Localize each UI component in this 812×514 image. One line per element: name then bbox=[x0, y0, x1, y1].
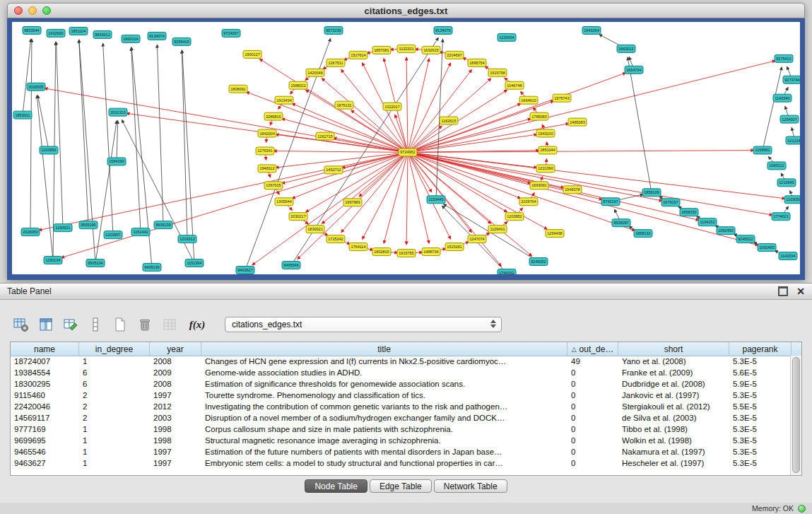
graph-node[interactable]: 1913434 bbox=[275, 96, 293, 104]
graph-node[interactable]: 9275413 bbox=[775, 54, 793, 62]
graph-node[interactable]: 1895754 bbox=[468, 59, 486, 66]
graph-edge[interactable] bbox=[182, 50, 187, 239]
graph-node[interactable]: 1764114 bbox=[349, 243, 367, 251]
graph-edge[interactable] bbox=[282, 119, 408, 153]
graph-node[interactable]: 2485083 bbox=[568, 118, 587, 126]
graph-node[interactable]: 1262715 bbox=[316, 132, 334, 140]
table-row[interactable]: 911546021997Tourette syndrome. Phenomeno… bbox=[11, 390, 791, 401]
graph-node[interactable]: 9505134 bbox=[86, 259, 105, 267]
graph-node[interactable]: 1851044 bbox=[539, 146, 557, 154]
graph-node[interactable]: 9245012 bbox=[736, 235, 755, 243]
graph-edge[interactable] bbox=[56, 42, 63, 228]
graph-node[interactable]: 1785083 bbox=[530, 112, 548, 120]
graph-node[interactable]: 1153445 bbox=[427, 196, 445, 204]
graph-edge[interactable] bbox=[30, 39, 32, 232]
graph-node[interactable]: 1210643 bbox=[777, 179, 796, 187]
graph-node[interactable]: 2204697 bbox=[445, 51, 464, 59]
graph-node[interactable]: 1109431 bbox=[488, 226, 507, 233]
graph-node[interactable]: 1092450 bbox=[717, 227, 735, 235]
graph-node[interactable]: 1322017 bbox=[383, 103, 401, 110]
column-header-pagerank[interactable]: pagerank bbox=[729, 342, 792, 356]
graph-edge[interactable] bbox=[157, 45, 163, 225]
edit-table-icon[interactable] bbox=[61, 315, 81, 334]
graph-edge[interactable] bbox=[408, 119, 531, 153]
graph-node[interactable]: 9245052 bbox=[529, 258, 548, 266]
graph-edge[interactable] bbox=[408, 61, 775, 153]
table-selector-combobox[interactable]: citations_edges.txt bbox=[225, 317, 502, 332]
graph-node[interactable]: 9405139 bbox=[143, 264, 161, 271]
graph-node[interactable]: 1549378 bbox=[563, 186, 582, 194]
graph-node[interactable]: 1915755 bbox=[397, 250, 416, 257]
graph-edge[interactable] bbox=[628, 57, 652, 193]
graph-edge[interactable] bbox=[406, 57, 408, 153]
graph-node[interactable]: 2026505 bbox=[27, 83, 45, 90]
graph-node[interactable]: 1802815 bbox=[372, 248, 391, 256]
graph-node[interactable]: 1125434 bbox=[498, 33, 516, 41]
table-row[interactable]: 1938455462009Genome-wide association stu… bbox=[11, 367, 791, 378]
graph-node[interactable]: 1267511 bbox=[326, 59, 345, 66]
graph-node[interactable]: 9853044 bbox=[23, 26, 41, 34]
graph-node[interactable]: 1159581 bbox=[753, 146, 772, 154]
graph-node[interactable]: 1221390 bbox=[536, 165, 555, 173]
graph-node[interactable]: 1858132 bbox=[634, 230, 652, 238]
graph-node[interactable]: 1943200 bbox=[536, 129, 555, 137]
graph-edge[interactable] bbox=[322, 78, 408, 153]
graph-edge[interactable] bbox=[23, 39, 31, 115]
graph-edge[interactable] bbox=[359, 152, 408, 197]
graph-node[interactable]: 1083212 bbox=[767, 162, 786, 170]
graph-node[interactable]: 1523181 bbox=[445, 243, 464, 251]
graph-node[interactable]: 9255415 bbox=[172, 37, 191, 45]
graph-edge[interactable] bbox=[406, 152, 408, 245]
graph-node[interactable]: 9663012 bbox=[93, 30, 112, 38]
float-panel-icon[interactable] bbox=[778, 286, 788, 296]
graph-node[interactable]: 1150134 bbox=[44, 257, 62, 264]
close-panel-icon[interactable]: ✕ bbox=[796, 286, 805, 296]
graph-edge[interactable] bbox=[103, 43, 113, 235]
graph-node[interactable]: 1764152 bbox=[498, 269, 516, 274]
column-header-short[interactable]: short bbox=[618, 342, 729, 356]
table-row[interactable]: 2242004622012Investigating the contribut… bbox=[11, 401, 791, 412]
graph-node[interactable]: 1853011 bbox=[13, 111, 32, 119]
graph-edge[interactable] bbox=[79, 40, 95, 263]
table-row[interactable]: 1830029562008Estimation of significance … bbox=[11, 378, 791, 390]
graph-node[interactable]: 9505097 bbox=[612, 219, 630, 227]
column-header-name[interactable]: name bbox=[11, 342, 79, 356]
graph-node[interactable]: 1254438 bbox=[546, 230, 564, 238]
graph-node[interactable]: 1203952 bbox=[505, 213, 524, 221]
graph-node[interactable]: 1663012 bbox=[617, 45, 635, 52]
rows-icon[interactable] bbox=[86, 315, 105, 334]
table-settings-icon[interactable] bbox=[11, 315, 31, 334]
graph-node[interactable]: 1975743 bbox=[553, 94, 571, 102]
graph-node[interactable]: 1420046 bbox=[306, 69, 324, 76]
new-document-icon[interactable] bbox=[110, 315, 130, 334]
graph-node[interactable]: 1632615 bbox=[422, 46, 440, 54]
table-row[interactable]: 1872400712008Changes of HCN gene express… bbox=[11, 356, 791, 367]
column-header-out_de[interactable]: △out_de… bbox=[567, 342, 618, 356]
graph-node[interactable]: 1143334 bbox=[779, 252, 797, 260]
table-row[interactable]: 977716911998Corpus callosum shape and si… bbox=[11, 424, 791, 435]
graph-edge[interactable] bbox=[273, 151, 408, 153]
graph-node[interactable]: 1830021 bbox=[306, 226, 324, 233]
graph-node[interactable]: 1808091 bbox=[229, 85, 247, 93]
graph-node[interactable]: 1997983 bbox=[343, 199, 362, 206]
column-header-in_degree[interactable]: in_degree bbox=[79, 342, 150, 356]
graph-node[interactable]: 9724007 bbox=[222, 29, 240, 37]
graph-node[interactable]: 1203950 bbox=[40, 146, 58, 154]
graph-edge[interactable] bbox=[408, 78, 491, 153]
graph-node[interactable]: 1900124 bbox=[122, 35, 140, 42]
graph-node[interactable]: 2026050 bbox=[21, 228, 40, 236]
graph-node[interactable]: 1254307 bbox=[780, 115, 799, 123]
graph-node[interactable]: 1858150 bbox=[680, 209, 698, 216]
graph-node[interactable]: 9463627 bbox=[236, 267, 254, 274]
graph-node[interactable]: 1943264 bbox=[582, 26, 601, 34]
graph-node[interactable]: 1948112 bbox=[258, 165, 276, 173]
graph-node[interactable]: 1488734 bbox=[422, 248, 440, 256]
delete-table-icon[interactable] bbox=[135, 315, 155, 334]
graph-node[interactable]: 2031310 bbox=[109, 108, 127, 116]
graph-node[interactable]: 2085815 bbox=[264, 112, 283, 120]
graph-node[interactable]: 1915798 bbox=[488, 69, 507, 76]
graph-edge[interactable] bbox=[408, 152, 699, 220]
column-header-year[interactable]: year bbox=[150, 342, 201, 356]
graph-node[interactable]: 1900127 bbox=[243, 50, 261, 58]
graph-edge[interactable] bbox=[763, 67, 782, 151]
